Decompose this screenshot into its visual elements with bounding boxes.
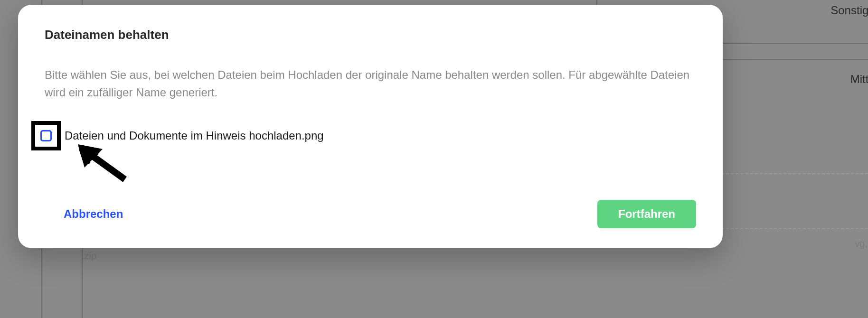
modal-title: Dateinamen behalten (45, 28, 696, 42)
bg-ext-text: vg, .sv (855, 236, 868, 251)
file-checkbox[interactable] (40, 130, 52, 141)
modal-description: Bitte wählen Sie aus, bei welchen Dateie… (45, 66, 696, 101)
file-name-label: Dateien und Dokumente im Hinweis hochlad… (65, 129, 324, 142)
cancel-button[interactable]: Abbrechen (45, 202, 142, 226)
bg-zip-text: .zip (82, 251, 96, 262)
bg-text: Mittel (850, 71, 868, 87)
keep-filenames-modal: Dateinamen behalten Bitte wählen Sie aus… (18, 5, 723, 248)
bg-text-line: ln (830, 19, 868, 35)
modal-footer: Abbrechen Fortfahren (45, 200, 696, 228)
checkbox-annotation-highlight (31, 121, 61, 150)
continue-button[interactable]: Fortfahren (597, 200, 696, 228)
file-row: Dateien und Dokumente im Hinweis hochlad… (31, 121, 696, 150)
bg-text-line: Sonstiges / (830, 2, 868, 19)
bg-text: Sonstiges / ln (830, 2, 868, 34)
